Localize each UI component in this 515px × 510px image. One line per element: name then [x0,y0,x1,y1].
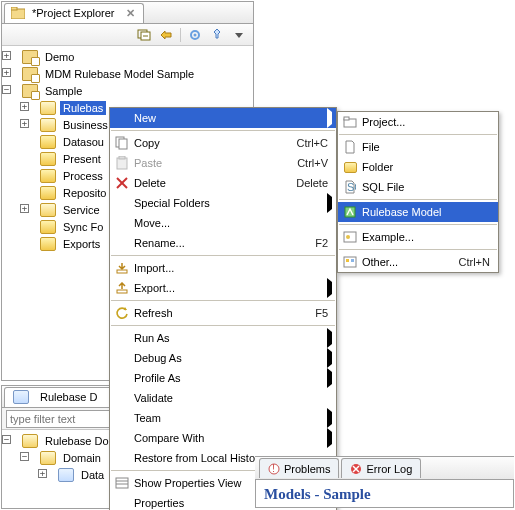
errorlog-icon [350,463,362,475]
svg-rect-19 [344,117,349,120]
rulebase-model-icon [338,205,362,219]
svg-point-6 [194,33,197,36]
submenu-other[interactable]: Other...Ctrl+N [338,252,498,272]
menu-label: Validate [134,392,336,404]
node-label: Domain [60,451,104,465]
submenu-arrow-icon [327,112,332,124]
explorer-tab[interactable]: *Project Explorer ✕ [4,3,144,23]
tab-problems[interactable]: ! Problems [259,458,339,478]
svg-rect-8 [119,139,127,149]
nav-icon [11,7,25,19]
svg-text:!: ! [272,463,275,474]
menu-shortcut: Delete [280,177,336,189]
menu-label: Profile As [134,372,336,384]
delete-icon [110,177,134,189]
menu-move[interactable]: Move... [110,213,336,233]
menu-rename[interactable]: Rename...F2 [110,233,336,253]
menu-refresh[interactable]: RefreshF5 [110,303,336,323]
menu-separator [339,199,497,200]
node-label: Datasou [60,135,107,149]
folder-icon [40,203,56,217]
node-label: Sample [42,84,85,98]
project-icon [22,50,38,64]
menu-comparewith[interactable]: Compare With [110,428,336,448]
folder-icon [40,152,56,166]
submenu-file[interactable]: File [338,137,498,157]
close-icon[interactable]: ✕ [126,7,135,20]
menu-label: Example... [362,231,498,243]
menu-label: Export... [134,282,336,294]
menu-import[interactable]: Import... [110,258,336,278]
menu-new[interactable]: New [110,108,336,128]
editor-header: Models - Sample [255,480,514,508]
paste-icon [110,156,134,170]
project-icon [22,67,38,81]
sql-icon: SQL [338,180,362,194]
submenu-arrow-icon [327,282,332,294]
menu-separator [111,130,335,131]
link-editor-icon[interactable] [158,27,174,43]
submenu-arrow-icon [327,197,332,209]
submenu-project[interactable]: Project... [338,112,498,132]
menu-label: New [134,112,336,124]
tab-errorlog[interactable]: Error Log [341,458,421,478]
submenu-arrow-icon [327,412,332,424]
folder-icon [22,434,38,448]
svg-rect-25 [346,259,349,262]
submenu-folder[interactable]: Folder [338,157,498,177]
menu-runas[interactable]: Run As [110,328,336,348]
menu-profileas[interactable]: Profile As [110,368,336,388]
svg-rect-13 [117,270,127,273]
menu-label: Compare With [134,432,336,444]
folder-icon [40,118,56,132]
menu-label: SQL File [362,181,498,193]
submenu-example[interactable]: Example... [338,227,498,247]
collapse-all-icon[interactable] [136,27,152,43]
node-label: MDM Rulebase Model Sample [42,67,197,81]
designer-tab-label: Rulebase D [37,390,100,404]
menu-dropdown-icon[interactable] [231,27,247,43]
problems-icon: ! [268,463,280,475]
tree-node-demo[interactable]: +Demo [2,48,253,65]
node-label: Data [78,468,107,482]
svg-point-23 [346,235,350,239]
node-label: Rulebase Do [42,434,112,448]
folder-icon [40,135,56,149]
submenu-sqlfile[interactable]: SQLSQL File [338,177,498,197]
refresh-icon [110,306,134,320]
menu-debugas[interactable]: Debug As [110,348,336,368]
menu-specialfolders[interactable]: Special Folders [110,193,336,213]
menu-label: Paste [134,157,280,169]
menu-label: Debug As [134,352,336,364]
project-icon [22,84,38,98]
node-label: Exports [60,237,103,251]
tree-node-sample[interactable]: −Sample [2,82,253,99]
menu-copy[interactable]: CopyCtrl+C [110,133,336,153]
new-submenu: Project... File Folder SQLSQL File Ruleb… [337,111,499,273]
pin-icon[interactable] [209,27,225,43]
folder-icon [40,169,56,183]
svg-rect-10 [119,156,125,159]
node-label: Service [60,203,103,217]
menu-separator [111,325,335,326]
menu-validate[interactable]: Validate [110,388,336,408]
focus-icon[interactable] [187,27,203,43]
menu-shortcut: F2 [280,237,336,249]
folder-icon [40,220,56,234]
submenu-rulebasemodel[interactable]: Rulebase Model [338,202,498,222]
menu-delete[interactable]: DeleteDelete [110,173,336,193]
menu-label: Team [134,412,336,424]
example-icon [338,231,362,243]
separator [180,28,181,42]
folder-icon [40,186,56,200]
folder-icon [40,101,56,115]
menu-shortcut: Ctrl+C [280,137,336,149]
properties-icon [110,477,134,489]
tree-node-mdm[interactable]: +MDM Rulebase Model Sample [2,65,253,82]
submenu-arrow-icon [327,372,332,384]
svg-rect-26 [351,259,354,262]
node-label: Rulebas [60,101,106,115]
menu-team[interactable]: Team [110,408,336,428]
import-icon [110,262,134,274]
menu-export[interactable]: Export... [110,278,336,298]
